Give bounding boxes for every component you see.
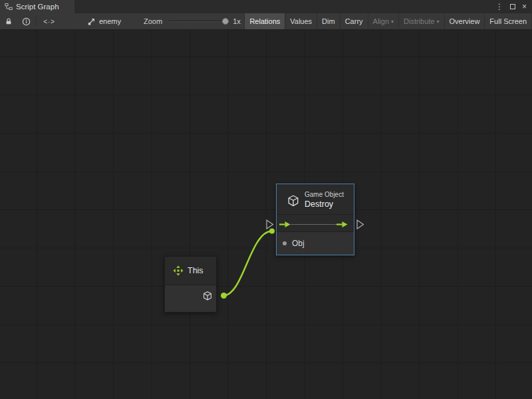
toolbar: <∙> enemy Zoom 1x Relations Values Dim C… — [0, 13, 532, 30]
obj-port-label: Obj — [292, 239, 305, 248]
info-icon — [22, 17, 31, 26]
zoom-slider-track[interactable] — [169, 21, 227, 22]
flow-output-triangle-icon[interactable] — [357, 220, 364, 229]
connection-wire[interactable] — [223, 231, 272, 296]
align-button[interactable]: Align ▾ — [368, 13, 398, 29]
node-destroy-ports: Obj — [277, 231, 354, 255]
graph-canvas[interactable]: This Game Object Destroy Obj — [0, 30, 532, 399]
flow-input-triangle-icon[interactable] — [267, 220, 273, 229]
window-controls: ⋮ × — [495, 0, 532, 13]
node-this-body — [165, 285, 216, 312]
graph-overlay — [0, 30, 532, 399]
relations-button[interactable]: Relations — [244, 13, 285, 29]
node-this[interactable]: This — [164, 256, 217, 313]
chevron-down-icon: ▾ — [391, 19, 394, 25]
lock-icon — [5, 17, 13, 25]
graph-breadcrumb[interactable]: enemy — [87, 13, 121, 29]
wire-end-dot — [269, 229, 275, 234]
script-graph-icon — [5, 3, 13, 11]
dim-button[interactable]: Dim — [317, 13, 340, 29]
node-destroy-title: Destroy — [305, 200, 344, 210]
this-move-icon — [173, 265, 184, 276]
window-menu-icon[interactable]: ⋮ — [495, 3, 503, 11]
graph-inspector-button[interactable]: <∙> — [38, 13, 61, 29]
node-destroy[interactable]: Game Object Destroy Obj — [276, 184, 354, 255]
script-graph-asset-icon — [87, 17, 96, 26]
distribute-button[interactable]: Distribute ▾ — [398, 13, 444, 29]
fullscreen-button[interactable]: Full Screen — [484, 13, 532, 29]
graph-name: enemy — [99, 17, 121, 25]
obj-input-port[interactable] — [283, 241, 287, 245]
values-button[interactable]: Values — [285, 13, 317, 29]
chevron-down-icon: ▾ — [437, 19, 440, 25]
window-close-icon[interactable]: × — [522, 3, 527, 11]
overview-button[interactable]: Overview — [444, 13, 485, 29]
carry-button[interactable]: Carry — [340, 13, 368, 29]
titlebar: Script Graph ⋮ × — [0, 0, 532, 13]
node-this-header: This — [165, 257, 216, 285]
node-destroy-flow-row — [277, 214, 354, 231]
zoom-slider[interactable] — [169, 13, 227, 29]
this-output-port[interactable] — [221, 293, 227, 299]
window-maximize-icon[interactable] — [510, 4, 515, 9]
game-object-cube-icon — [287, 194, 300, 207]
zoom-value: 1x — [233, 13, 241, 29]
code-graph-icon: <∙> — [43, 18, 55, 25]
toolbar-divider — [36, 16, 37, 27]
lock-button[interactable] — [0, 13, 17, 29]
distribute-button-label: Distribute — [404, 17, 434, 25]
zoom-slider-knob[interactable] — [222, 18, 229, 25]
info-button[interactable] — [17, 13, 35, 29]
game-object-cube-icon — [202, 291, 213, 301]
node-destroy-header: Game Object Destroy — [277, 184, 354, 214]
tab-script-graph[interactable]: Script Graph — [0, 0, 74, 13]
zoom-label: Zoom — [144, 13, 162, 29]
align-button-label: Align — [373, 17, 389, 25]
node-destroy-category: Game Object — [305, 191, 344, 200]
tab-title: Script Graph — [16, 3, 59, 11]
node-this-title: This — [188, 266, 203, 275]
